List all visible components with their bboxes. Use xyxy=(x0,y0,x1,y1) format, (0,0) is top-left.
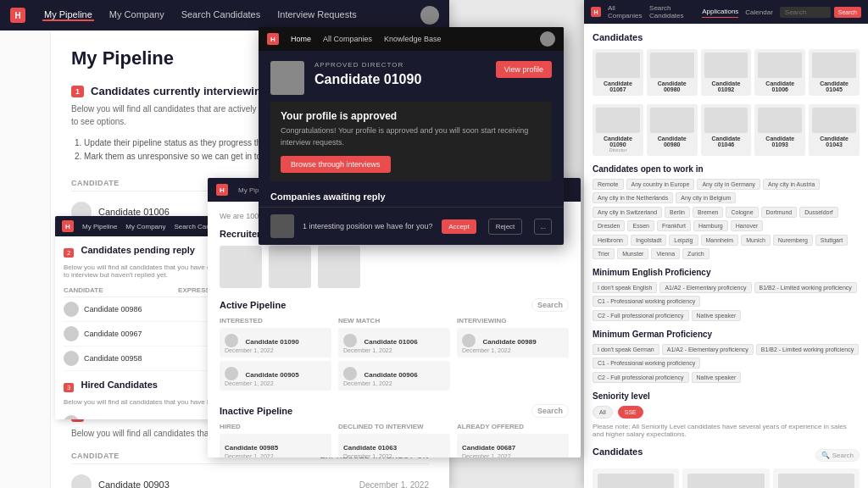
cand-card[interactable]: Candidate 01006 xyxy=(754,49,805,96)
cand-card[interactable]: Candidate 01045 xyxy=(809,49,860,96)
cand-card[interactable]: Candidate 01046 xyxy=(701,104,752,156)
eng-tag-0[interactable]: I don't speak English xyxy=(593,282,657,293)
filter-tag-hanover[interactable]: Hanover xyxy=(731,220,763,231)
ger-tag-3[interactable]: C1 - Professional working proficiency xyxy=(593,358,700,369)
cand-search-input[interactable] xyxy=(780,7,831,18)
pipeline-card-date: December 1, 2022 xyxy=(462,347,564,353)
eng-tag-2[interactable]: B1/B2 - Limited working proficiency xyxy=(754,282,857,293)
filter-tag-cologne[interactable]: Cologne xyxy=(726,207,758,218)
ger-tag-1[interactable]: A1/A2 - Elementary proficiency xyxy=(662,344,754,355)
cand-nav-search[interactable]: Search Candidates xyxy=(649,3,695,21)
pending-nav-tab-1[interactable]: My Pipeline xyxy=(82,223,117,230)
view-profile-button[interactable]: View profile xyxy=(496,61,552,78)
filter-tag-frankfurt[interactable]: Frankfurt xyxy=(657,220,691,231)
cand-card[interactable]: Candidate 00980 xyxy=(647,49,698,96)
seniority-sse[interactable]: SSE xyxy=(618,406,643,419)
filter-tag-hamburg[interactable]: Hamburg xyxy=(693,220,728,231)
ger-tag-4[interactable]: C2 - Full professional proficiency xyxy=(593,372,689,383)
pending-row-info: Candidate 00958 xyxy=(64,351,142,366)
filter-tag-germany[interactable]: Any city in Germany xyxy=(697,179,760,190)
pipeline-search[interactable]: Search xyxy=(531,298,569,312)
popup-nav-knowledge[interactable]: Knowledge Base xyxy=(384,35,442,43)
filter-tag-nuremberg[interactable]: Nuremberg xyxy=(773,235,813,246)
cand-card[interactable]: Candidate 01043 xyxy=(809,104,860,156)
recruiter-card xyxy=(318,246,360,288)
section-title-interviewing: Candidates currently interviewing xyxy=(91,85,268,97)
filter-tag-ingolstadt[interactable]: Ingolstadt xyxy=(631,235,666,246)
cand-list-card[interactable]: Candidate 03 xyxy=(773,469,860,488)
nav-item-company[interactable]: My Company xyxy=(108,9,166,21)
nav-item-interview[interactable]: Interview Requests xyxy=(275,9,359,21)
cand-card-img xyxy=(758,108,802,133)
filter-tag-dusseldorf[interactable]: Dusseldorf xyxy=(799,207,837,218)
filter-tag-remote[interactable]: Remote xyxy=(593,179,624,190)
cand-card-img xyxy=(812,53,856,78)
filter-tag-berlin[interactable]: Berlin xyxy=(665,207,690,218)
ger-tag-0[interactable]: I don't speak German xyxy=(593,344,659,355)
cand-card[interactable]: Candidate 01092 xyxy=(701,49,752,96)
popup-nav-companies[interactable]: All Companies xyxy=(323,35,372,43)
candidates-window: H All Companies Search Candidates Applic… xyxy=(584,0,868,488)
inactive-card[interactable]: Candidate 01063 December 1, 2022 xyxy=(338,434,450,458)
filter-tag-trier[interactable]: Trier xyxy=(593,248,615,259)
popup-approved-window: H Home All Companies Knowledge Base APPR… xyxy=(259,27,564,245)
cand-nav-applications[interactable]: Applications xyxy=(702,6,738,18)
filter-tag-bremen[interactable]: Bremen xyxy=(693,207,724,218)
cand-list-card[interactable]: Candidate 02 xyxy=(682,469,769,488)
accept-button[interactable]: Accept xyxy=(442,219,476,234)
eng-tag-3[interactable]: C1 - Professional working proficiency xyxy=(593,296,700,307)
ger-tag-5[interactable]: Native speaker xyxy=(692,372,742,383)
filter-tag-heilbronn[interactable]: Heilbronn xyxy=(593,235,628,246)
filter-tag-dortmund[interactable]: Dortmund xyxy=(761,207,798,218)
pipeline-card[interactable]: Candidate 01090 December 1, 2022 xyxy=(220,328,331,358)
ger-tag-2[interactable]: B1/B2 - Limited working proficiency xyxy=(756,344,859,355)
filter-tag-dresden[interactable]: Dresden xyxy=(593,220,625,231)
cand-list-img xyxy=(778,474,854,488)
archived-candidate-row[interactable]: Candidate 00903 December 1, 2022 xyxy=(71,469,429,488)
filter-tag-netherlands[interactable]: Any city in the Netherlands xyxy=(593,192,673,203)
cand-card[interactable]: Candidate 01067 xyxy=(593,49,643,96)
filter-tag-essen[interactable]: Essen xyxy=(627,220,654,231)
nav-item-search[interactable]: Search Candidates xyxy=(180,9,263,21)
candidate-date: December 1, 2022 xyxy=(359,480,429,489)
filter-tag-zurich[interactable]: Zurich xyxy=(682,248,709,259)
eng-tag-4[interactable]: C2 - Full professional proficiency xyxy=(593,310,689,321)
filter-tag-munster[interactable]: Munster xyxy=(617,248,648,259)
pending-nav-tab-2[interactable]: My Company xyxy=(125,223,165,230)
inactive-card[interactable]: Candidate 00985 December 1, 2022 xyxy=(220,434,331,458)
pipeline-card[interactable]: Candidate 01006 December 1, 2022 xyxy=(338,328,450,358)
cand-search-button[interactable]: Search xyxy=(834,7,861,18)
filter-tag-munich[interactable]: Munich xyxy=(741,235,771,246)
pipeline-card[interactable]: Candidate 00905 December 1, 2022 xyxy=(220,361,331,391)
cand-list-search[interactable]: 🔍 Search xyxy=(815,449,860,462)
pipeline-card[interactable]: Candidate 00989 December 1, 2022 xyxy=(457,328,569,358)
seniority-all[interactable]: All xyxy=(593,406,613,419)
filter-tag-ch[interactable]: Any city in Switzerland xyxy=(593,207,662,218)
popup-company-text: 1 interesting position we have for you? xyxy=(303,222,433,230)
inactive-pipeline-search[interactable]: Search xyxy=(531,404,569,418)
cand-card[interactable]: Candidate 00980 xyxy=(647,104,698,156)
filter-tag-mannheim[interactable]: Mannheim xyxy=(701,235,739,246)
filter-tag-belgium[interactable]: Any city in Belgium xyxy=(676,192,736,203)
reject-button[interactable]: Reject xyxy=(488,219,523,235)
inactive-card[interactable]: Candidate 00687 December 1, 2022 xyxy=(457,434,569,458)
filter-tag-europe[interactable]: Any country in Europe xyxy=(626,179,695,190)
pipeline-card[interactable]: Candidate 00906 December 1, 2022 xyxy=(338,361,450,391)
popup-nav-home[interactable]: Home xyxy=(291,35,311,43)
nav-avatar[interactable] xyxy=(420,6,439,25)
browse-interviews-button[interactable]: Browse through interviews xyxy=(281,156,391,173)
candidates-grid-top: Candidate 01067 Candidate 00980 Candidat… xyxy=(593,49,860,96)
cand-nav-calendar[interactable]: Calendar xyxy=(745,7,772,18)
cand-card[interactable]: Candidate 01090 Director xyxy=(593,104,643,156)
eng-tag-1[interactable]: A1/A2 - Elementary proficiency xyxy=(659,282,751,293)
cand-card[interactable]: Candidate 01093 xyxy=(754,104,805,156)
nav-item-pipeline[interactable]: My Pipeline xyxy=(42,9,94,21)
cand-nav-all-companies[interactable]: All Companies xyxy=(608,3,643,21)
filter-tag-leipzig[interactable]: Leipzig xyxy=(669,235,698,246)
filter-tag-vienna[interactable]: Vienna xyxy=(651,248,680,259)
filter-tag-austria[interactable]: Any city in Austria xyxy=(763,179,820,190)
cand-list-card[interactable]: Candidate 01 xyxy=(593,469,679,488)
filter-tag-stuttgart[interactable]: Stuttgart xyxy=(815,235,848,246)
more-button[interactable]: ... xyxy=(534,219,552,235)
eng-tag-5[interactable]: Native speaker xyxy=(692,310,742,321)
